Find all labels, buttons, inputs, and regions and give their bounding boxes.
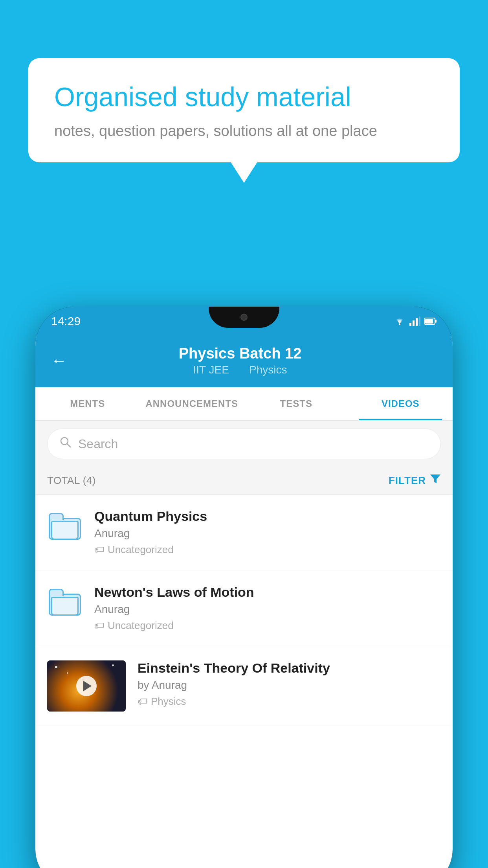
list-item[interactable]: Quantum Physics Anurag 🏷 Uncategorized [35,495,453,570]
newtons-laws-info: Newton's Laws of Motion Anurag 🏷 Uncateg… [94,585,441,632]
tab-tests[interactable]: TESTS [244,387,349,420]
content-area: Quantum Physics Anurag 🏷 Uncategorized [35,495,453,726]
quantum-physics-info: Quantum Physics Anurag 🏷 Uncategorized [94,509,441,556]
filter-bar: TOTAL (4) FILTER [35,467,453,495]
tag-icon: 🏷 [94,544,105,556]
batch-subtitle: IIT JEE Physics [79,364,402,376]
camera-lens [240,314,248,321]
quantum-physics-author: Anurag [94,527,441,540]
list-item[interactable]: Einstein's Theory Of Relativity by Anura… [35,646,453,726]
newtons-laws-tag: 🏷 Uncategorized [94,620,441,632]
einstein-thumbnail [47,660,126,712]
einstein-tag-label: Physics [151,695,186,708]
search-bar[interactable]: Search [47,428,441,459]
total-count: TOTAL (4) [47,474,96,487]
star-decoration [67,672,68,674]
tab-ments[interactable]: MENTS [35,387,140,420]
tabs-bar: MENTS ANNOUNCEMENTS TESTS VIDEOS [35,387,453,421]
quantum-physics-tag-label: Uncategorized [108,544,174,556]
svg-point-0 [399,324,400,325]
subtitle-physics: Physics [249,364,287,376]
speech-bubble-title: Organised study material [54,81,434,113]
einstein-author: by Anurag [138,679,441,691]
status-time: 14:29 [51,314,81,328]
wifi-icon [394,316,405,326]
speech-bubble: Organised study material notes, question… [28,58,460,162]
phone-frame: 14:29 [35,307,453,868]
status-icons [394,316,437,326]
filter-label: FILTER [389,474,426,487]
tab-videos[interactable]: VIDEOS [349,387,453,420]
star-decoration [112,664,114,666]
quantum-physics-title: Quantum Physics [94,509,441,524]
phone-notch [209,307,279,328]
tag-icon: 🏷 [94,620,105,632]
list-item[interactable]: Newton's Laws of Motion Anurag 🏷 Uncateg… [35,570,453,646]
play-button[interactable] [76,676,97,696]
svg-rect-7 [425,319,433,324]
einstein-info: Einstein's Theory Of Relativity by Anura… [138,660,441,708]
signal-icon [409,316,420,326]
play-triangle-icon [83,680,92,691]
einstein-tag: 🏷 Physics [138,695,441,708]
header-title-section: Physics Batch 12 IIT JEE Physics [79,345,402,376]
search-placeholder: Search [78,437,118,451]
phone-screen: ← Physics Batch 12 IIT JEE Physics MENTS… [35,336,453,868]
quantum-physics-tag: 🏷 Uncategorized [94,544,441,556]
newtons-laws-author: Anurag [94,603,441,616]
tag-icon: 🏷 [138,695,148,708]
back-button[interactable]: ← [51,352,67,370]
tab-announcements[interactable]: ANNOUNCEMENTS [140,387,244,420]
star-decoration [55,666,57,668]
svg-rect-2 [413,320,415,326]
folder-icon-quantum [47,509,83,544]
folder-icon-newton [47,585,83,620]
svg-rect-3 [416,318,418,326]
search-bar-wrapper: Search [35,421,453,467]
svg-rect-4 [419,316,420,326]
filter-funnel-icon [430,474,441,487]
svg-line-9 [67,444,70,447]
status-bar: 14:29 [35,307,453,336]
svg-rect-1 [409,323,411,326]
newtons-laws-title: Newton's Laws of Motion [94,585,441,600]
battery-icon [424,317,437,326]
search-icon [59,436,72,452]
newtons-laws-tag-label: Uncategorized [108,620,174,632]
svg-rect-6 [435,320,437,323]
speech-bubble-subtitle: notes, question papers, solutions all at… [54,123,434,140]
batch-title: Physics Batch 12 [79,345,402,362]
speech-bubble-container: Organised study material notes, question… [28,58,460,162]
app-header: ← Physics Batch 12 IIT JEE Physics [35,336,453,387]
einstein-title: Einstein's Theory Of Relativity [138,660,441,676]
subtitle-iitjee: IIT JEE [193,364,229,376]
filter-button[interactable]: FILTER [389,474,441,487]
